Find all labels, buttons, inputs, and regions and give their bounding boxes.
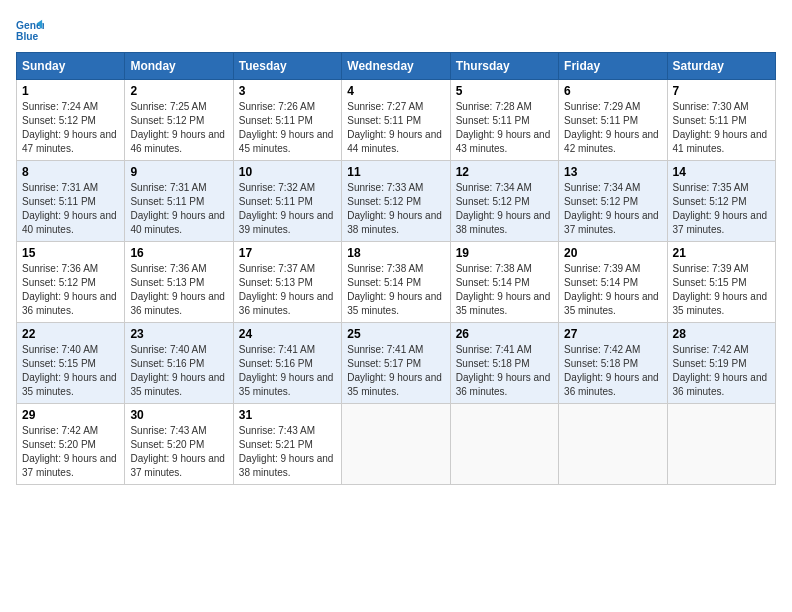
calendar-cell <box>667 404 775 485</box>
calendar-cell: 14Sunrise: 7:35 AMSunset: 5:12 PMDayligh… <box>667 161 775 242</box>
calendar-cell: 23Sunrise: 7:40 AMSunset: 5:16 PMDayligh… <box>125 323 233 404</box>
day-number: 26 <box>456 327 553 341</box>
day-info: Sunrise: 7:35 AMSunset: 5:12 PMDaylight:… <box>673 181 770 237</box>
calendar-cell <box>559 404 667 485</box>
calendar-cell: 25Sunrise: 7:41 AMSunset: 5:17 PMDayligh… <box>342 323 450 404</box>
calendar-header-thursday: Thursday <box>450 53 558 80</box>
header: General Blue <box>16 16 776 44</box>
day-number: 19 <box>456 246 553 260</box>
calendar-cell: 2Sunrise: 7:25 AMSunset: 5:12 PMDaylight… <box>125 80 233 161</box>
calendar-cell: 12Sunrise: 7:34 AMSunset: 5:12 PMDayligh… <box>450 161 558 242</box>
day-info: Sunrise: 7:37 AMSunset: 5:13 PMDaylight:… <box>239 262 336 318</box>
calendar-week-2: 8Sunrise: 7:31 AMSunset: 5:11 PMDaylight… <box>17 161 776 242</box>
calendar-header-wednesday: Wednesday <box>342 53 450 80</box>
day-info: Sunrise: 7:32 AMSunset: 5:11 PMDaylight:… <box>239 181 336 237</box>
day-number: 16 <box>130 246 227 260</box>
day-number: 31 <box>239 408 336 422</box>
day-info: Sunrise: 7:24 AMSunset: 5:12 PMDaylight:… <box>22 100 119 156</box>
day-number: 20 <box>564 246 661 260</box>
calendar-week-4: 22Sunrise: 7:40 AMSunset: 5:15 PMDayligh… <box>17 323 776 404</box>
day-number: 21 <box>673 246 770 260</box>
day-number: 24 <box>239 327 336 341</box>
calendar-cell <box>450 404 558 485</box>
calendar-cell: 15Sunrise: 7:36 AMSunset: 5:12 PMDayligh… <box>17 242 125 323</box>
day-number: 7 <box>673 84 770 98</box>
day-info: Sunrise: 7:42 AMSunset: 5:20 PMDaylight:… <box>22 424 119 480</box>
calendar-cell: 5Sunrise: 7:28 AMSunset: 5:11 PMDaylight… <box>450 80 558 161</box>
calendar-cell: 13Sunrise: 7:34 AMSunset: 5:12 PMDayligh… <box>559 161 667 242</box>
calendar-cell: 27Sunrise: 7:42 AMSunset: 5:18 PMDayligh… <box>559 323 667 404</box>
day-info: Sunrise: 7:27 AMSunset: 5:11 PMDaylight:… <box>347 100 444 156</box>
calendar-cell: 3Sunrise: 7:26 AMSunset: 5:11 PMDaylight… <box>233 80 341 161</box>
calendar-cell: 30Sunrise: 7:43 AMSunset: 5:20 PMDayligh… <box>125 404 233 485</box>
day-info: Sunrise: 7:40 AMSunset: 5:15 PMDaylight:… <box>22 343 119 399</box>
day-info: Sunrise: 7:39 AMSunset: 5:14 PMDaylight:… <box>564 262 661 318</box>
day-info: Sunrise: 7:28 AMSunset: 5:11 PMDaylight:… <box>456 100 553 156</box>
calendar-cell: 8Sunrise: 7:31 AMSunset: 5:11 PMDaylight… <box>17 161 125 242</box>
calendar-header-monday: Monday <box>125 53 233 80</box>
day-number: 15 <box>22 246 119 260</box>
day-number: 10 <box>239 165 336 179</box>
calendar-cell: 31Sunrise: 7:43 AMSunset: 5:21 PMDayligh… <box>233 404 341 485</box>
day-number: 1 <box>22 84 119 98</box>
day-info: Sunrise: 7:43 AMSunset: 5:21 PMDaylight:… <box>239 424 336 480</box>
day-info: Sunrise: 7:34 AMSunset: 5:12 PMDaylight:… <box>564 181 661 237</box>
calendar-cell: 17Sunrise: 7:37 AMSunset: 5:13 PMDayligh… <box>233 242 341 323</box>
logo-icon: General Blue <box>16 16 44 44</box>
day-number: 27 <box>564 327 661 341</box>
day-info: Sunrise: 7:41 AMSunset: 5:18 PMDaylight:… <box>456 343 553 399</box>
calendar-cell: 6Sunrise: 7:29 AMSunset: 5:11 PMDaylight… <box>559 80 667 161</box>
day-info: Sunrise: 7:36 AMSunset: 5:12 PMDaylight:… <box>22 262 119 318</box>
calendar-cell: 26Sunrise: 7:41 AMSunset: 5:18 PMDayligh… <box>450 323 558 404</box>
calendar-cell: 19Sunrise: 7:38 AMSunset: 5:14 PMDayligh… <box>450 242 558 323</box>
day-info: Sunrise: 7:41 AMSunset: 5:17 PMDaylight:… <box>347 343 444 399</box>
day-number: 17 <box>239 246 336 260</box>
calendar-header-sunday: Sunday <box>17 53 125 80</box>
calendar-cell <box>342 404 450 485</box>
svg-text:Blue: Blue <box>16 31 39 42</box>
calendar-header-friday: Friday <box>559 53 667 80</box>
calendar-cell: 7Sunrise: 7:30 AMSunset: 5:11 PMDaylight… <box>667 80 775 161</box>
day-number: 23 <box>130 327 227 341</box>
day-info: Sunrise: 7:34 AMSunset: 5:12 PMDaylight:… <box>456 181 553 237</box>
day-number: 28 <box>673 327 770 341</box>
calendar-cell: 29Sunrise: 7:42 AMSunset: 5:20 PMDayligh… <box>17 404 125 485</box>
day-info: Sunrise: 7:29 AMSunset: 5:11 PMDaylight:… <box>564 100 661 156</box>
day-info: Sunrise: 7:41 AMSunset: 5:16 PMDaylight:… <box>239 343 336 399</box>
day-number: 5 <box>456 84 553 98</box>
calendar-cell: 20Sunrise: 7:39 AMSunset: 5:14 PMDayligh… <box>559 242 667 323</box>
day-info: Sunrise: 7:38 AMSunset: 5:14 PMDaylight:… <box>456 262 553 318</box>
calendar-week-1: 1Sunrise: 7:24 AMSunset: 5:12 PMDaylight… <box>17 80 776 161</box>
day-number: 2 <box>130 84 227 98</box>
calendar-cell: 1Sunrise: 7:24 AMSunset: 5:12 PMDaylight… <box>17 80 125 161</box>
day-info: Sunrise: 7:42 AMSunset: 5:18 PMDaylight:… <box>564 343 661 399</box>
day-number: 22 <box>22 327 119 341</box>
day-info: Sunrise: 7:25 AMSunset: 5:12 PMDaylight:… <box>130 100 227 156</box>
day-info: Sunrise: 7:26 AMSunset: 5:11 PMDaylight:… <box>239 100 336 156</box>
day-number: 6 <box>564 84 661 98</box>
calendar-cell: 24Sunrise: 7:41 AMSunset: 5:16 PMDayligh… <box>233 323 341 404</box>
calendar-cell: 4Sunrise: 7:27 AMSunset: 5:11 PMDaylight… <box>342 80 450 161</box>
day-info: Sunrise: 7:43 AMSunset: 5:20 PMDaylight:… <box>130 424 227 480</box>
day-info: Sunrise: 7:39 AMSunset: 5:15 PMDaylight:… <box>673 262 770 318</box>
day-info: Sunrise: 7:36 AMSunset: 5:13 PMDaylight:… <box>130 262 227 318</box>
calendar-cell: 28Sunrise: 7:42 AMSunset: 5:19 PMDayligh… <box>667 323 775 404</box>
day-info: Sunrise: 7:42 AMSunset: 5:19 PMDaylight:… <box>673 343 770 399</box>
day-number: 4 <box>347 84 444 98</box>
day-info: Sunrise: 7:33 AMSunset: 5:12 PMDaylight:… <box>347 181 444 237</box>
calendar-cell: 21Sunrise: 7:39 AMSunset: 5:15 PMDayligh… <box>667 242 775 323</box>
calendar-cell: 16Sunrise: 7:36 AMSunset: 5:13 PMDayligh… <box>125 242 233 323</box>
day-info: Sunrise: 7:30 AMSunset: 5:11 PMDaylight:… <box>673 100 770 156</box>
day-number: 18 <box>347 246 444 260</box>
day-number: 12 <box>456 165 553 179</box>
day-info: Sunrise: 7:38 AMSunset: 5:14 PMDaylight:… <box>347 262 444 318</box>
calendar: SundayMondayTuesdayWednesdayThursdayFrid… <box>16 52 776 485</box>
calendar-header-saturday: Saturday <box>667 53 775 80</box>
calendar-header-row: SundayMondayTuesdayWednesdayThursdayFrid… <box>17 53 776 80</box>
day-number: 14 <box>673 165 770 179</box>
calendar-cell: 11Sunrise: 7:33 AMSunset: 5:12 PMDayligh… <box>342 161 450 242</box>
calendar-week-5: 29Sunrise: 7:42 AMSunset: 5:20 PMDayligh… <box>17 404 776 485</box>
calendar-cell: 22Sunrise: 7:40 AMSunset: 5:15 PMDayligh… <box>17 323 125 404</box>
day-number: 25 <box>347 327 444 341</box>
day-info: Sunrise: 7:31 AMSunset: 5:11 PMDaylight:… <box>22 181 119 237</box>
